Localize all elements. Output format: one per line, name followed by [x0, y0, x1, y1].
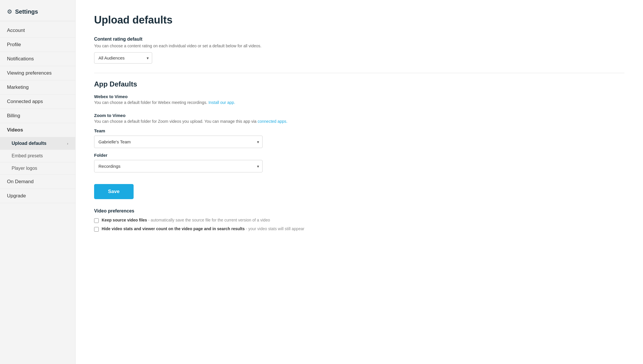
sidebar-item-on-demand[interactable]: On Demand: [0, 175, 75, 189]
content-rating-select[interactable]: All Audiences All Ages Mature: [94, 52, 152, 64]
video-preferences-title: Video preferences: [94, 208, 624, 214]
webex-install-link[interactable]: Install our app.: [209, 100, 235, 105]
folder-label: Folder: [94, 153, 624, 158]
keep-source-label: Keep source video files - automatically …: [102, 218, 270, 222]
folder-select-wrapper: Recordings ▾: [94, 160, 263, 172]
content-rating-section: Content rating default You can choose a …: [94, 37, 624, 64]
team-select-wrapper: Gabrielle's Team ▾: [94, 136, 263, 148]
sidebar-header: ⚙ Settings: [0, 0, 75, 21]
keep-source-checkbox[interactable]: [94, 218, 99, 223]
page-title: Upload defaults: [94, 14, 624, 26]
webex-subsection: Webex to Vimeo You can choose a default …: [94, 94, 624, 105]
sidebar-item-profile[interactable]: Profile: [0, 38, 75, 52]
content-rating-select-wrapper: All Audiences All Ages Mature ▾: [94, 52, 152, 64]
hide-stats-checkbox[interactable]: [94, 227, 99, 232]
app-defaults-section: App Defaults Webex to Vimeo You can choo…: [94, 80, 624, 172]
zoom-desc: You can choose a default folder for Zoom…: [94, 119, 624, 124]
webex-title: Webex to Vimeo: [94, 94, 624, 99]
webex-desc: You can choose a default folder for Webe…: [94, 100, 624, 105]
sidebar-item-billing[interactable]: Billing: [0, 109, 75, 123]
sidebar-item-connected-apps[interactable]: Connected apps: [0, 95, 75, 109]
zoom-connected-apps-link[interactable]: connected apps.: [258, 119, 288, 124]
team-label: Team: [94, 128, 624, 133]
sidebar-item-upgrade[interactable]: Upgrade: [0, 189, 75, 203]
sidebar: ⚙ Settings Account Profile Notifications…: [0, 0, 76, 364]
sidebar-item-videos[interactable]: Videos: [0, 123, 75, 137]
sidebar-subnav-videos: Upload defaults › Embed presets Player l…: [0, 137, 75, 175]
divider-1: [94, 73, 624, 73]
main-content: Upload defaults Content rating default Y…: [76, 0, 643, 364]
zoom-subsection: Zoom to Vimeo You can choose a default f…: [94, 113, 624, 172]
sidebar-subitem-upload-defaults[interactable]: Upload defaults ›: [0, 137, 75, 150]
zoom-title: Zoom to Vimeo: [94, 113, 624, 118]
save-button[interactable]: Save: [94, 184, 134, 199]
content-rating-desc: You can choose a content rating on each …: [94, 44, 624, 48]
hide-stats-label: Hide video stats and viewer count on the…: [102, 226, 304, 231]
sidebar-item-viewing-preferences[interactable]: Viewing preferences: [0, 66, 75, 80]
team-select[interactable]: Gabrielle's Team: [94, 136, 263, 148]
sidebar-title: Settings: [15, 8, 38, 15]
sidebar-item-marketing[interactable]: Marketing: [0, 80, 75, 95]
sidebar-item-account[interactable]: Account: [0, 24, 75, 38]
sidebar-nav: Account Profile Notifications Viewing pr…: [0, 21, 75, 206]
video-preferences-section: Video preferences Keep source video file…: [94, 208, 624, 232]
folder-select[interactable]: Recordings: [94, 160, 263, 172]
hide-stats-row: Hide video stats and viewer count on the…: [94, 226, 624, 232]
keep-source-row: Keep source video files - automatically …: [94, 218, 624, 223]
sidebar-subitem-embed-presets[interactable]: Embed presets: [0, 150, 75, 162]
app-defaults-title: App Defaults: [94, 80, 624, 88]
app-layout: ⚙ Settings Account Profile Notifications…: [0, 0, 643, 364]
settings-icon: ⚙: [7, 8, 12, 15]
sidebar-item-notifications[interactable]: Notifications: [0, 52, 75, 66]
chevron-right-icon: ›: [67, 141, 68, 146]
sidebar-subitem-player-logos[interactable]: Player logos: [0, 162, 75, 175]
content-rating-title: Content rating default: [94, 37, 624, 42]
